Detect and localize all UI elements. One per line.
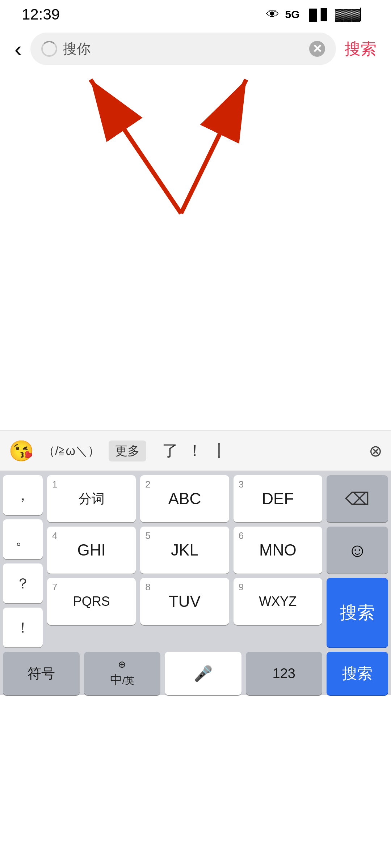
exclaim-button[interactable]: ！	[187, 440, 203, 461]
back-button[interactable]: ‹	[14, 37, 22, 61]
annotation-area	[0, 69, 391, 278]
delete-icon: ⌫	[345, 489, 370, 509]
annotation-arrows	[0, 69, 391, 278]
key-symbol[interactable]: 符号	[3, 652, 80, 695]
bottom-key-row: 符号 ⊕ 中/英 🎤 123 搜索	[3, 652, 388, 695]
loading-spinner	[41, 41, 57, 57]
key-def[interactable]: 3 DEF	[234, 475, 322, 522]
svg-line-2	[91, 80, 181, 213]
special-chars-col: ， 。 ？ ！	[3, 475, 43, 647]
key-row-3: 7 PQRS 8 TUV 9 WXYZ	[47, 578, 322, 625]
smiley-icon: ☺	[348, 539, 367, 561]
kaomoji-text: （/≧ω＼）	[43, 443, 100, 459]
status-bar: 12:39 👁 5G ▐▌▊ ▓▓▓▏	[0, 0, 391, 29]
right-key-col: ⌫ ☺ 搜索	[327, 475, 388, 647]
search-key-label: 搜索	[340, 601, 375, 624]
key-abc[interactable]: 2 ABC	[140, 475, 229, 522]
le-button[interactable]: 了	[162, 440, 178, 461]
eye-icon: 👁	[266, 7, 279, 22]
status-time: 12:39	[22, 6, 60, 23]
search-input[interactable]	[63, 41, 303, 57]
mic-icon: 🎤	[194, 665, 213, 682]
key-tuv[interactable]: 8 TUV	[140, 578, 229, 625]
exclaim-label: ！	[16, 618, 30, 638]
main-key-grid: 1 分词 2 ABC 3 DEF 4 GHI 5	[47, 475, 322, 647]
keyboard: ， 。 ？ ！ 1 分词 2 ABC	[0, 471, 391, 695]
close-icon: ✕	[312, 42, 322, 56]
network-icon: ▐▌▊	[306, 8, 329, 21]
status-icons: 👁 5G ▐▌▊ ▓▓▓▏	[266, 7, 369, 22]
svg-line-3	[181, 80, 246, 213]
battery-icon: ▓▓▓▏	[335, 8, 369, 21]
key-comma[interactable]: ，	[3, 475, 43, 515]
key-chinese[interactable]: ⊕ 中/英	[84, 652, 161, 695]
key-row-1: 1 分词 2 ABC 3 DEF	[47, 475, 322, 522]
toolbar-row: 😘 （/≧ω＼） 更多 了 ！ 丨 ⊗	[0, 431, 391, 471]
key-search-bottom[interactable]: 搜索	[327, 652, 388, 695]
key-row-2: 4 GHI 5 JKL 6 MNO	[47, 527, 322, 574]
search-bottom-label: 搜索	[342, 663, 373, 684]
search-key[interactable]: 搜索	[327, 578, 388, 647]
key-wxyz[interactable]: 9 WXYZ	[234, 578, 322, 625]
period-label: 。	[16, 529, 30, 549]
more-button[interactable]: 更多	[109, 441, 146, 461]
toolbar-delete-button[interactable]: ⊗	[369, 442, 382, 460]
content-area	[0, 278, 391, 430]
key-fenci[interactable]: 1 分词	[47, 475, 136, 522]
search-submit-button[interactable]: 搜索	[345, 38, 377, 60]
signal-icon: 5G	[285, 8, 299, 21]
key-mno[interactable]: 6 MNO	[234, 527, 322, 574]
pipe-button[interactable]: 丨	[211, 440, 227, 461]
question-label: ？	[16, 574, 30, 593]
emoji-icon[interactable]: 😘	[9, 439, 34, 463]
emoji-key[interactable]: ☺	[327, 527, 388, 574]
clear-button[interactable]: ✕	[309, 41, 325, 57]
key-123[interactable]: 123	[246, 652, 323, 695]
key-exclaim[interactable]: ！	[3, 608, 43, 647]
key-pqrs[interactable]: 7 PQRS	[47, 578, 136, 625]
comma-label: ，	[16, 485, 30, 505]
key-question[interactable]: ？	[3, 563, 43, 603]
key-ghi[interactable]: 4 GHI	[47, 527, 136, 574]
delete-key[interactable]: ⌫	[327, 475, 388, 522]
key-period[interactable]: 。	[3, 519, 43, 559]
key-space[interactable]: 🎤	[165, 652, 241, 695]
search-bar-row: ‹ ✕ 搜索	[0, 29, 391, 69]
search-input-wrap[interactable]: ✕	[30, 33, 336, 65]
key-jkl[interactable]: 5 JKL	[140, 527, 229, 574]
